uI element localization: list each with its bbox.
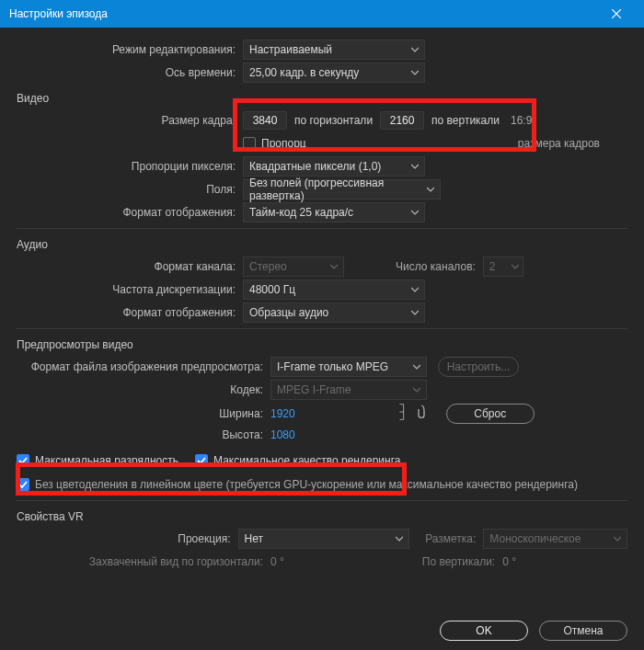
projection-label: Проекция: — [17, 532, 238, 545]
linear-color-checkbox[interactable] — [17, 478, 29, 491]
preview-file-format-select[interactable]: I-Frame только MPEG — [270, 357, 427, 377]
captured-v-label: По вертикали: — [422, 555, 495, 568]
channel-format-select: Стерео — [243, 257, 344, 277]
close-icon — [612, 9, 621, 18]
chevron-down-icon — [411, 283, 419, 296]
chevron-down-icon — [413, 383, 420, 396]
chevron-down-icon — [411, 160, 419, 173]
chevron-down-icon — [411, 43, 419, 56]
preview-height-value[interactable]: 1080 — [270, 428, 295, 441]
timebase-select[interactable]: 25,00 кадр. в секунду — [243, 63, 425, 83]
editing-mode-select[interactable]: Настраиваемый — [243, 40, 425, 60]
preview-height-label: Высота: — [17, 428, 270, 441]
proportional-label-right: размера кадров — [518, 137, 600, 150]
cancel-button[interactable]: Отмена — [539, 621, 627, 641]
window-title: Настройки эпизода — [9, 7, 598, 20]
frame-height-input[interactable]: 2160 — [380, 111, 424, 130]
codec-label: Кодек: — [17, 383, 270, 396]
chevron-down-icon — [411, 66, 419, 79]
aspect-ratio: 16:9 — [511, 114, 532, 127]
max-bit-checkbox[interactable] — [17, 454, 29, 467]
fields-label: Поля: — [17, 183, 243, 196]
pixel-aspect-label: Пропорции пикселя: — [17, 160, 243, 173]
proportional-label-left: Пропорц — [261, 137, 306, 150]
chevron-down-icon — [396, 532, 403, 545]
channel-format-label: Формат канала: — [17, 260, 243, 273]
frame-width-input[interactable]: 3840 — [243, 111, 287, 130]
ok-button[interactable]: OK — [440, 621, 528, 641]
horizontal-label: по горизонтали — [287, 114, 380, 127]
link-icon[interactable] — [397, 403, 408, 424]
linear-color-label: Без цветоделения в линейном цвете (требу… — [35, 478, 578, 491]
sample-rate-label: Частота дискретизации: — [17, 283, 243, 296]
captured-h-value: 0 ° — [270, 555, 284, 568]
preview-width-label: Ширина: — [17, 407, 270, 420]
editing-mode-label: Режим редактирования: — [17, 43, 243, 56]
audio-display-select[interactable]: Образцы аудио — [243, 302, 425, 323]
fields-select[interactable]: Без полей (прогрессивная развертка) — [243, 179, 441, 200]
max-quality-checkbox[interactable] — [195, 454, 208, 467]
chevron-down-icon — [411, 206, 419, 219]
projection-select[interactable]: Нет — [238, 529, 409, 549]
audio-display-label: Формат отображения: — [17, 306, 243, 319]
chevron-down-icon — [330, 260, 338, 273]
layout-select: Моноскопическое — [483, 529, 627, 549]
configure-button: Настроить... — [438, 357, 519, 377]
preview-file-format-label: Формат файла изображения предпросмотра: — [17, 360, 270, 373]
video-display-select[interactable]: Тайм-код 25 кадра/с — [243, 202, 425, 222]
preview-heading: Предпросмотры видео — [17, 338, 627, 351]
max-bit-label: Максимальная разрядность — [35, 454, 178, 467]
max-quality-label: Максимальное качество рендеринга — [213, 454, 400, 467]
video-display-label: Формат отображения: — [17, 206, 243, 219]
captured-h-label: Захваченный вид по горизонтали: — [17, 555, 270, 568]
vertical-label: по вертикали — [424, 114, 507, 127]
vr-heading: Свойства VR — [17, 510, 627, 523]
timebase-label: Ось времени: — [17, 66, 243, 79]
channels-select: 2 — [483, 257, 523, 277]
chevron-down-icon — [614, 532, 621, 545]
chevron-down-icon — [512, 260, 519, 273]
preview-width-value[interactable]: 1920 — [270, 407, 295, 420]
title-bar: Настройки эпизода — [0, 0, 644, 28]
codec-select: MPEG I-Frame — [270, 380, 427, 400]
reset-button[interactable]: Сброс — [446, 404, 535, 424]
captured-v-value: 0 ° — [502, 555, 516, 568]
pixel-aspect-select[interactable]: Квадратные пиксели (1,0) — [243, 156, 425, 177]
chevron-down-icon — [427, 183, 434, 196]
chevron-down-icon — [411, 306, 419, 319]
channels-label: Число каналов: — [396, 260, 476, 273]
attach-icon[interactable] — [417, 405, 426, 422]
layout-label: Разметка: — [425, 532, 476, 545]
chevron-down-icon — [413, 360, 420, 373]
proportional-checkbox[interactable] — [243, 137, 256, 150]
close-button[interactable] — [598, 0, 635, 28]
audio-heading: Аудио — [17, 238, 627, 251]
video-heading: Видео — [17, 92, 627, 105]
sample-rate-select[interactable]: 48000 Гц — [243, 279, 425, 300]
framesize-label: Размер кадра: — [17, 114, 243, 127]
